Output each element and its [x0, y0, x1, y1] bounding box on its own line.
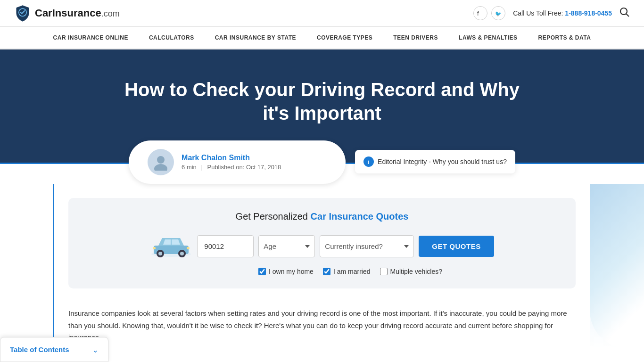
social-icons: f 🐦 — [473, 6, 505, 20]
car-illustration — [150, 231, 192, 260]
svg-text:🐦: 🐦 — [495, 10, 502, 16]
svg-line-4 — [627, 14, 629, 16]
svg-point-3 — [620, 8, 627, 15]
author-info: Mark Chalon Smith 6 min | Published on: … — [182, 154, 281, 171]
zip-input[interactable] — [197, 235, 254, 257]
nav-car-insurance-online[interactable]: CAR INSURANCE ONLINE — [43, 27, 139, 49]
header-right: f 🐦 Call Us Toll Free: 1-888-918-0455 — [473, 6, 630, 20]
content-wrapper: Mark Chalon Smith 6 min | Published on: … — [0, 163, 644, 348]
left-bar — [0, 184, 54, 348]
own-home-checkbox[interactable]: I own my home — [258, 268, 314, 275]
right-bar-curve — [590, 184, 644, 348]
call-label: Call Us Toll Free: 1-888-918-0455 — [513, 9, 612, 17]
twitter-icon[interactable]: 🐦 — [491, 6, 505, 20]
svg-rect-14 — [187, 247, 190, 249]
toc-chevron-icon: ⌃ — [92, 345, 99, 354]
right-bar — [590, 184, 644, 348]
svg-point-10 — [158, 252, 162, 255]
nav-reports-data[interactable]: REPORTS & DATA — [528, 27, 602, 49]
svg-text:f: f — [477, 10, 479, 16]
insured-select[interactable]: Currently insured? — [320, 235, 414, 257]
toc-label: Table of Contents — [10, 346, 69, 354]
editorial-badge[interactable]: i Editorial Integrity - Why you should t… — [355, 150, 515, 173]
nav-coverage-types[interactable]: COVERAGE TYPES — [306, 27, 383, 49]
logo-text: CarInsurance.com — [35, 7, 120, 19]
author-meta: 6 min | Published on: Oct 17, 2018 — [182, 164, 281, 171]
multiple-vehicles-label: Multiple vehicles? — [390, 268, 443, 275]
hero-title: How to Check your Driving Record and Why… — [110, 78, 534, 125]
svg-point-12 — [180, 252, 184, 255]
nav-teen-drivers[interactable]: TEEN DRIVERS — [383, 27, 448, 49]
avatar — [148, 149, 174, 175]
toc-bar[interactable]: Table of Contents ⌃ — [0, 337, 108, 362]
main-layout: Get Personalized Car Insurance Quotes — [0, 184, 644, 348]
married-checkbox[interactable]: I am married — [323, 268, 371, 275]
facebook-icon[interactable]: f — [473, 6, 487, 20]
car-icon — [150, 231, 192, 261]
main-nav: CAR INSURANCE ONLINE CALCULATORS CAR INS… — [0, 27, 644, 49]
author-section: Mark Chalon Smith 6 min | Published on: … — [0, 140, 644, 184]
multiple-vehicles-checkbox[interactable]: Multiple vehicles? — [380, 268, 443, 275]
call-number[interactable]: 1-888-918-0455 — [565, 9, 612, 17]
get-quotes-button[interactable]: GET QUOTES — [419, 236, 494, 257]
svg-rect-13 — [153, 247, 156, 249]
logo-shield-icon — [14, 5, 31, 22]
nav-calculators[interactable]: CALCULATORS — [139, 27, 205, 49]
quotes-widget: Get Personalized Car Insurance Quotes — [68, 198, 576, 288]
site-header: CarInsurance.com f 🐦 Call Us Toll Free: … — [0, 0, 644, 27]
svg-point-6 — [154, 164, 167, 171]
quotes-title: Get Personalized Car Insurance Quotes — [83, 211, 561, 222]
author-card: Mark Chalon Smith 6 min | Published on: … — [129, 140, 346, 184]
own-home-label: I own my home — [269, 268, 314, 275]
checkboxes-row: I own my home I am married Multiple vehi… — [83, 268, 561, 275]
info-icon: i — [363, 156, 374, 167]
content-area: Get Personalized Car Insurance Quotes — [54, 184, 590, 348]
author-name[interactable]: Mark Chalon Smith — [182, 154, 281, 162]
married-label: I am married — [333, 268, 371, 275]
nav-laws-penalties[interactable]: LAWS & PENALTIES — [448, 27, 528, 49]
search-button[interactable] — [619, 7, 630, 20]
nav-car-insurance-by-state[interactable]: CAR INSURANCE BY STATE — [205, 27, 306, 49]
quotes-title-highlight: Car Insurance Quotes — [311, 211, 409, 222]
avatar-icon — [152, 154, 169, 171]
editorial-text: Editorial Integrity - Why you should tru… — [378, 158, 507, 165]
age-select[interactable]: Age — [258, 235, 315, 257]
svg-point-5 — [157, 156, 165, 164]
quotes-form: Age Currently insured? GET QUOTES — [83, 231, 561, 261]
article-paragraph-1: Insurance companies look at several fact… — [68, 303, 576, 348]
logo[interactable]: CarInsurance.com — [14, 5, 120, 22]
